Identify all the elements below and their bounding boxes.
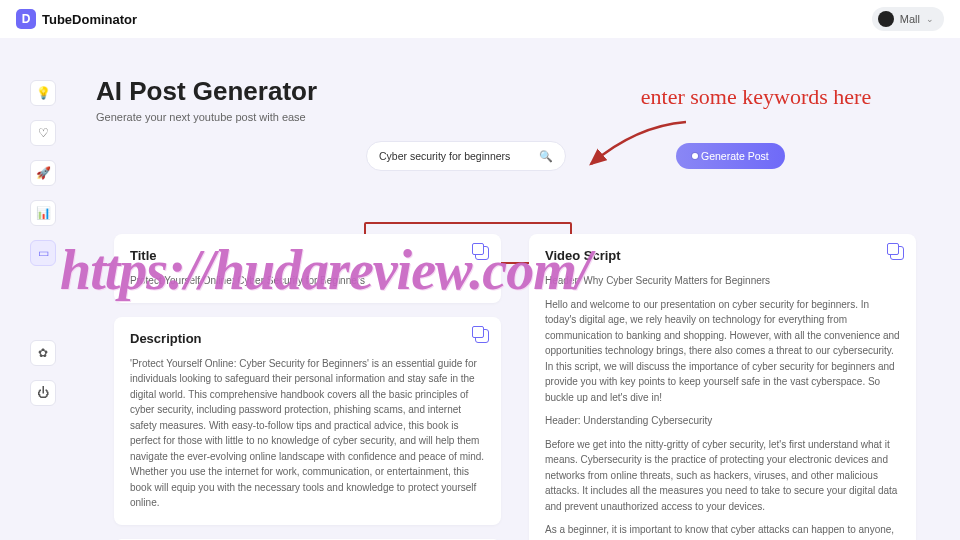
youtube-icon: ▭ xyxy=(38,246,49,260)
sidebar-item-rocket[interactable]: 🚀 xyxy=(30,160,56,186)
card-heading: Description xyxy=(130,331,485,346)
power-icon: ⏻ xyxy=(37,386,49,400)
left-column: Title Protect Yourself Online: Cyber Sec… xyxy=(114,234,501,540)
card-description: Description 'Protect Yourself Online: Cy… xyxy=(114,317,501,525)
results-columns: Title Protect Yourself Online: Cyber Sec… xyxy=(114,234,916,540)
sidebar-item-power[interactable]: ⏻ xyxy=(30,380,56,406)
copy-icon[interactable] xyxy=(890,246,904,260)
card-video-script: Video Script Header: Why Cyber Security … xyxy=(529,234,916,540)
app-name: TubeDominator xyxy=(42,12,137,27)
card-body: Protect Yourself Online: Cyber Security … xyxy=(130,273,485,289)
sidebar-item-bulb[interactable]: 💡 xyxy=(30,80,56,106)
logo-badge-icon: D xyxy=(16,9,36,29)
script-para-3: As a beginner, it is important to know t… xyxy=(545,522,900,540)
heart-icon: ♡ xyxy=(38,126,49,140)
app-logo[interactable]: D TubeDominator xyxy=(16,9,137,29)
workspace: 💡 ♡ 🚀 📊 ▭ ✿ ⏻ AI Post Generator Generate… xyxy=(0,38,960,540)
annotation-arrow-icon xyxy=(576,116,696,176)
chevron-down-icon: ⌄ xyxy=(926,14,934,24)
rocket-icon: 🚀 xyxy=(36,166,51,180)
script-para-1: Hello and welcome to our presentation on… xyxy=(545,297,900,406)
search-input[interactable] xyxy=(379,150,539,162)
search-box[interactable]: 🔍 xyxy=(366,141,566,171)
generate-post-button[interactable]: Generate Post xyxy=(676,143,785,169)
copy-icon[interactable] xyxy=(475,329,489,343)
sidebar-item-chart[interactable]: 📊 xyxy=(30,200,56,226)
card-body: 'Protect Yourself Online: Cyber Security… xyxy=(130,356,485,511)
top-bar: D TubeDominator Mall ⌄ xyxy=(0,0,960,38)
page-subtitle: Generate your next youtube post with eas… xyxy=(96,111,916,123)
script-para-2: Before we get into the nitty-gritty of c… xyxy=(545,437,900,515)
bulb-icon: 💡 xyxy=(36,86,51,100)
avatar-icon xyxy=(878,11,894,27)
settings-icon: ✿ xyxy=(38,346,48,360)
sidebar-item-youtube[interactable]: ▭ xyxy=(30,240,56,266)
sidebar: 💡 ♡ 🚀 📊 ▭ ✿ ⏻ xyxy=(28,80,58,406)
sidebar-item-heart[interactable]: ♡ xyxy=(30,120,56,146)
user-name: Mall xyxy=(900,13,920,25)
sidebar-item-settings[interactable]: ✿ xyxy=(30,340,56,366)
script-header-1: Header: Why Cyber Security Matters for B… xyxy=(545,273,900,289)
main-content: AI Post Generator Generate your next you… xyxy=(96,76,916,540)
search-icon: 🔍 xyxy=(539,150,553,163)
annotation-hint: enter some keywords here xyxy=(596,84,916,110)
chart-icon: 📊 xyxy=(36,206,51,220)
copy-icon[interactable] xyxy=(475,246,489,260)
right-column: Video Script Header: Why Cyber Security … xyxy=(529,234,916,540)
card-heading: Title xyxy=(130,248,485,263)
card-heading: Video Script xyxy=(545,248,900,263)
user-menu[interactable]: Mall ⌄ xyxy=(872,7,944,31)
card-title: Title Protect Yourself Online: Cyber Sec… xyxy=(114,234,501,303)
script-header-2: Header: Understanding Cybersecurity xyxy=(545,413,900,429)
